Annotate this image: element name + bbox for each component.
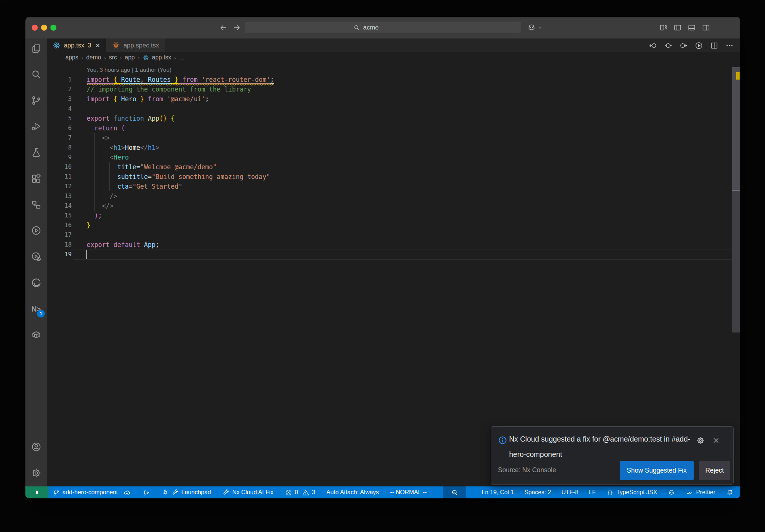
notification-settings-icon[interactable] — [696, 436, 705, 445]
scrollbar-thumb-top[interactable] — [732, 67, 740, 191]
status-text: Nx Cloud AI Fix — [232, 489, 273, 496]
activity-accounts[interactable] — [25, 436, 47, 457]
more-actions-icon[interactable] — [725, 41, 734, 50]
info-icon — [498, 435, 508, 445]
wrench-icon — [171, 489, 179, 497]
status-language-mode[interactable]: {}TypeScript JSX — [603, 486, 661, 498]
status-eol[interactable]: LF — [585, 486, 600, 498]
status-copilot[interactable] — [664, 486, 679, 498]
run-file-icon[interactable] — [694, 41, 703, 50]
status-zoom-level[interactable] — [443, 486, 466, 498]
line-number: 13 — [47, 191, 72, 201]
status-launchpad[interactable]: Launchpad — [158, 486, 215, 498]
code-line[interactable]: export function App() { — [87, 114, 174, 123]
activity-run-debug[interactable] — [25, 116, 47, 137]
toggle-sidebar-button[interactable] — [673, 23, 682, 32]
notification-close-icon[interactable] — [712, 436, 721, 445]
code-line[interactable]: export default App; — [87, 240, 159, 250]
titlebar[interactable]: acme — [25, 17, 740, 38]
status-auto-attach[interactable]: Auto Attach: Always — [323, 486, 383, 498]
code-line[interactable]: </> — [87, 201, 114, 211]
close-window-button[interactable] — [32, 25, 38, 31]
code-line[interactable]: <> — [87, 133, 109, 143]
status-git-graph[interactable] — [139, 486, 154, 498]
toggle-secondary-sidebar-button[interactable] — [701, 23, 710, 32]
code-line[interactable]: <Hero — [87, 152, 129, 162]
status-indentation[interactable]: Spaces: 2 — [521, 486, 555, 498]
run-tasks-icon — [31, 225, 42, 236]
zoom-window-button[interactable] — [50, 25, 56, 31]
minimize-window-button[interactable] — [41, 25, 47, 31]
code-line[interactable]: <h1>Home</h1> — [87, 143, 159, 152]
code-line[interactable]: } — [87, 220, 90, 230]
remote-indicator[interactable] — [25, 486, 49, 498]
scrollbar-separator — [732, 190, 740, 191]
customize-layout-button[interactable] — [659, 23, 668, 32]
code-line[interactable]: return ( — [87, 123, 125, 133]
code-line[interactable]: /> — [87, 191, 117, 201]
split-editor-icon[interactable] — [710, 41, 719, 50]
code-line[interactable]: title="Welcmoe @acme/demo" — [87, 162, 217, 172]
line-number: 15 — [47, 211, 72, 220]
activity-edge-tools[interactable] — [25, 272, 47, 293]
code-line[interactable]: import { Hero } from '@acme/ui'; — [87, 94, 209, 104]
testing-icon — [31, 147, 42, 158]
toggle-panel-button[interactable] — [687, 23, 696, 32]
code-line[interactable]: // importing the component from the libr… — [87, 84, 251, 94]
editor: apps›demo›src›app›app.tsx›... You, 3 hou… — [47, 52, 740, 486]
nav-back-circle-icon[interactable] — [648, 41, 657, 50]
breadcrumb-item[interactable]: demo — [86, 54, 101, 61]
containers-icon — [31, 329, 42, 340]
reject-button[interactable]: Reject — [699, 461, 730, 480]
nav-forward-circle-icon[interactable] — [679, 41, 688, 50]
breadcrumb-item[interactable]: app — [125, 54, 135, 61]
tab-app.tsx[interactable]: app.tsx3× — [47, 38, 106, 52]
status-nx-cloud-ai-fix[interactable]: Nx Cloud AI Fix — [219, 486, 277, 498]
breadcrumb-more[interactable]: ... — [179, 54, 184, 61]
breadcrumb-file[interactable]: app.tsx — [152, 54, 171, 61]
tab-label: app.tsx — [64, 42, 84, 49]
editor-scrollbar[interactable] — [732, 52, 740, 486]
activity-workspaces[interactable] — [25, 194, 47, 215]
status-vim-mode[interactable]: -- NORMAL -- — [386, 486, 430, 498]
accounts-icon — [31, 441, 42, 452]
nav-back-icon[interactable] — [219, 23, 228, 32]
status-problems[interactable]: 03 — [281, 486, 319, 498]
breadcrumb-separator: › — [174, 55, 176, 61]
line-number: 7 — [47, 133, 72, 143]
activity-task-watch[interactable] — [25, 246, 47, 267]
status-prettier[interactable]: Prettier — [682, 486, 719, 498]
activity-bar: N>1 — [25, 38, 47, 486]
edge-tools-icon — [31, 277, 42, 288]
command-center-search[interactable]: acme — [245, 22, 521, 33]
line-number: 1 — [47, 75, 72, 84]
notification-toast: Nx Cloud suggested a fix for @acme/demo:… — [491, 426, 734, 485]
run-debug-icon — [31, 121, 42, 132]
activity-extensions[interactable] — [25, 168, 47, 189]
status-cursor-position[interactable]: Ln 19, Col 1 — [478, 486, 518, 498]
code-line[interactable]: cta="Get Started" — [87, 182, 182, 191]
activity-source-control[interactable] — [25, 90, 47, 111]
close-tab-icon[interactable]: × — [96, 41, 100, 50]
breadcrumb[interactable]: apps›demo›src›app›app.tsx›... — [65, 52, 184, 63]
tab-app.spec.tsx[interactable]: app.spec.tsx — [106, 38, 165, 52]
activity-run-tasks[interactable] — [25, 220, 47, 241]
activity-testing[interactable] — [25, 142, 47, 163]
show-suggested-fix-button[interactable]: Show Suggested Fix — [620, 461, 694, 480]
activity-explorer[interactable] — [25, 38, 47, 59]
activity-nx-console[interactable]: N>1 — [25, 299, 47, 319]
nav-forward-icon[interactable] — [232, 23, 241, 32]
breadcrumb-item[interactable]: apps — [65, 54, 78, 61]
status-notifications-bell[interactable] — [722, 486, 737, 498]
nav-circle-icon[interactable] — [664, 41, 673, 50]
code-line[interactable]: subtitle="Build something amazing today" — [87, 172, 270, 182]
activity-settings[interactable] — [25, 463, 47, 483]
copilot-menu[interactable] — [527, 23, 543, 33]
status-encoding[interactable]: UTF-8 — [558, 486, 582, 498]
task-watch-icon — [31, 251, 42, 262]
activity-search[interactable] — [25, 64, 47, 85]
code-line[interactable]: ); — [87, 211, 102, 220]
breadcrumb-item[interactable]: src — [109, 54, 117, 61]
activity-containers[interactable] — [25, 324, 47, 345]
status-branch[interactable]: add-hero-component — [49, 486, 135, 498]
